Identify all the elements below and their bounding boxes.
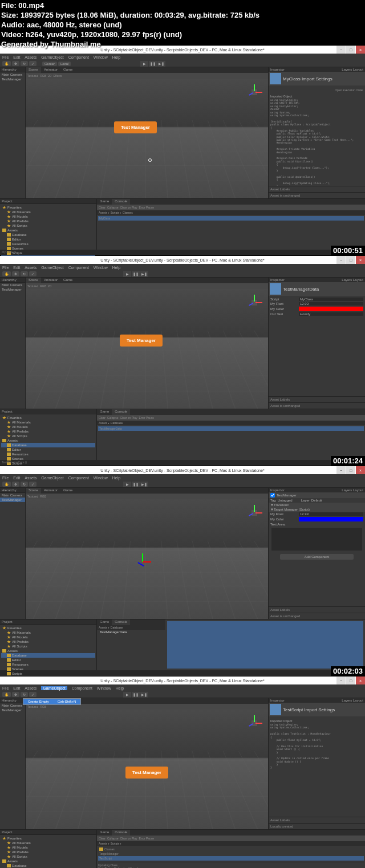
test-manager-object[interactable]: Test Manager — [114, 121, 157, 133]
add-component-button[interactable]: Add Component — [280, 554, 354, 560]
script-component[interactable]: ▼ Target Manager (Script) — [269, 507, 365, 512]
console-tab[interactable]: Console — [112, 199, 130, 205]
camera-icon — [148, 158, 152, 162]
menu-edit[interactable]: Edit — [13, 55, 20, 59]
menu-item-create-empty[interactable]: Create EmptyCtrl+Shift+N — [23, 699, 80, 704]
game-tab-2[interactable]: Game — [97, 199, 112, 205]
maximize-button[interactable]: □ — [346, 46, 355, 54]
game-preview — [167, 621, 363, 669]
move-tool[interactable]: ✥ — [12, 61, 19, 66]
hand-tool[interactable]: ✋ — [2, 271, 11, 276]
scene-area: Scene Animator Game Textured RGB 2D Effe… — [26, 67, 268, 198]
menu-bar: FileEditAssetsGameObjectComponentWindowH… — [0, 264, 365, 271]
project-tab[interactable]: Project — [0, 199, 96, 204]
hierarchy-item[interactable]: TestManager — [0, 77, 25, 81]
hierarchy-item[interactable]: Main Camera — [0, 72, 25, 77]
project-panel: Project Favorites All Materials All Mode… — [0, 199, 97, 250]
scene-viewport[interactable]: Test Manager — [26, 710, 268, 829]
folder-item[interactable]: Editor — [1, 237, 95, 242]
file-item-selected[interactable]: MyClass — [98, 216, 364, 221]
color-swatch[interactable] — [299, 517, 363, 521]
menu-component[interactable]: Component — [68, 55, 89, 59]
code-preview: using UnityEngine; using System.Collecti… — [270, 723, 363, 769]
transform-gizmo[interactable] — [134, 553, 151, 570]
timestamp: 00:01:24 — [331, 456, 365, 466]
rotate-tool[interactable]: ↻ — [21, 61, 28, 66]
minimize-button[interactable]: − — [336, 46, 346, 54]
inspector-panel: Inspector Layers Layout MyClass Import S… — [268, 67, 365, 198]
file-item-selected[interactable]: TestManagerData — [98, 426, 364, 431]
pause-button[interactable]: ❚❚ — [132, 271, 140, 277]
frame-1: Unity - SCriptableObject_DEV.unity - Scr… — [0, 46, 365, 256]
scene-viewport[interactable]: Test Manager — [26, 289, 268, 409]
code-preview: using UnityEngine; using UNITY_EDITOR; u… — [270, 99, 363, 186]
minimize-button[interactable]: − — [336, 256, 346, 264]
timestamp: 00:00:51 — [331, 246, 365, 255]
test-manager-object[interactable]: Test Manager — [125, 767, 168, 779]
menu-window[interactable]: Window — [94, 55, 108, 59]
text-area-input[interactable] — [271, 528, 362, 551]
scene-gizmo[interactable] — [246, 715, 262, 731]
project-panel: Project Favorites All Materials All Mode… — [0, 409, 97, 460]
frame-4: Unity - SCriptableObject_DEV.unity - Scr… — [0, 677, 365, 868]
field-myfloat: My Float12.93 — [269, 301, 365, 306]
fav-item[interactable]: All Models — [1, 214, 95, 219]
scene-gizmo[interactable] — [246, 84, 262, 100]
move-tool[interactable]: ✥ — [12, 271, 19, 276]
scene-toolbar: Textured RGB 2D Effects — [26, 73, 268, 79]
fav-item[interactable]: All Scripts — [1, 223, 95, 228]
play-button[interactable]: ▶ — [123, 271, 131, 277]
hierarchy-panel: Hierarchy Main Camera TestManager — [0, 278, 26, 409]
context-menu: Create EmptyCtrl+Shift+N — [23, 698, 81, 705]
script-icon — [270, 73, 281, 84]
fav-item[interactable]: All Materials — [1, 210, 95, 214]
fav-item[interactable]: All Prefabs — [1, 219, 95, 223]
scene-viewport[interactable] — [26, 499, 268, 619]
assets-folder[interactable]: Assets — [1, 228, 95, 233]
frame-3: Unity - SCriptableObject_DEV.unity - Scr… — [0, 466, 365, 677]
frame-2: Unity - SCriptableObject_DEV.unity - Scr… — [0, 256, 365, 466]
scene-gizmo[interactable] — [246, 295, 262, 311]
game-tab[interactable]: Game — [60, 67, 75, 73]
menu-gameobject[interactable]: GameObject — [41, 55, 63, 59]
play-controls: ▶ ❚❚ ▶❚ — [140, 61, 165, 67]
menu-help[interactable]: Help — [112, 55, 120, 59]
step-button[interactable]: ▶❚ — [157, 61, 165, 67]
enabled-checkbox[interactable] — [270, 493, 275, 498]
folder-item[interactable]: Database — [1, 233, 95, 237]
test-manager-object[interactable]: Test Manager — [120, 335, 163, 347]
hand-tool[interactable]: ✋ — [2, 61, 11, 66]
space-toggle[interactable]: Local — [58, 62, 71, 66]
window-buttons: − □ × — [336, 46, 365, 54]
close-button[interactable]: × — [356, 46, 365, 54]
step-button[interactable]: ▶❚ — [140, 271, 148, 277]
script-icon — [270, 283, 281, 295]
scene-gizmo[interactable] — [246, 505, 262, 521]
hierarchy-tab[interactable]: Hierarchy — [0, 67, 25, 72]
menu-file[interactable]: File — [2, 55, 9, 59]
scale-tool[interactable]: ⤢ — [29, 271, 36, 276]
favorites-header[interactable]: Favorites — [1, 205, 95, 210]
transform-component[interactable]: ▼ Transform — [269, 503, 365, 507]
script-icon — [270, 704, 281, 715]
folder-item[interactable]: Resources — [1, 242, 95, 246]
play-button[interactable]: ▶ — [140, 61, 148, 67]
maximize-button[interactable]: □ — [346, 256, 355, 264]
pause-button[interactable]: ❚❚ — [149, 61, 157, 67]
close-button[interactable]: × — [356, 256, 365, 264]
rotate-tool[interactable]: ↻ — [21, 271, 28, 276]
inspector-panel: InspectorLayers Layout TestManager Tag U… — [268, 488, 365, 619]
project-breadcrumb[interactable]: Assets ▸ Scripts ▸ Classes — [97, 210, 365, 215]
inspector-tab[interactable]: Inspector — [270, 68, 285, 71]
scene-tab[interactable]: Scene — [26, 67, 41, 73]
pivot-toggle[interactable]: Center — [42, 62, 57, 66]
animator-tab[interactable]: Animator — [41, 67, 60, 73]
field-script: ScriptMyClass — [269, 297, 365, 301]
hierarchy-panel: Hierarchy Main Camera TestManager — [0, 67, 26, 198]
menu-bar: File Edit Assets GameObject Component Wi… — [0, 54, 365, 60]
asset-unchanged: Asset is unchanged — [269, 192, 365, 198]
scale-tool[interactable]: ⤢ — [29, 61, 36, 66]
menu-assets[interactable]: Assets — [25, 55, 36, 59]
scene-viewport[interactable]: Test Manager — [26, 79, 268, 198]
color-swatch[interactable] — [299, 307, 363, 311]
